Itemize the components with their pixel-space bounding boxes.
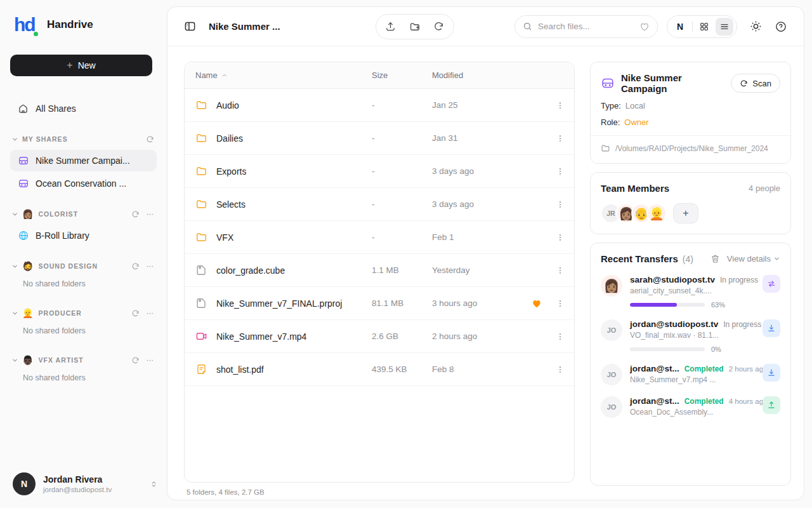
file-icon xyxy=(195,297,207,309)
upload-icon xyxy=(767,401,776,410)
section-header-colorist[interactable]: 👩🏽 COLORIST xyxy=(11,207,155,221)
transfer-avatar: JO xyxy=(601,319,622,341)
pdf-file-icon xyxy=(195,363,207,375)
table-row[interactable]: Audio - Jan 25 xyxy=(185,89,574,122)
transfer-avatar: JO xyxy=(601,364,622,385)
video-file-icon xyxy=(195,330,207,342)
table-row[interactable]: Nike_Summer_v7.mp4 2.6 GB 2 hours ago xyxy=(185,320,574,353)
row-menu-button[interactable] xyxy=(546,332,574,341)
sidebar-item-all-shares[interactable]: All Shares xyxy=(10,98,157,119)
clear-transfers-button[interactable] xyxy=(710,254,720,264)
table-row[interactable]: shot_list.pdf 439.5 KB Feb 8 xyxy=(185,353,574,386)
kebab-menu-icon xyxy=(556,299,565,308)
profile-button[interactable]: N xyxy=(671,22,690,32)
upload-transfer-button[interactable] xyxy=(763,396,780,414)
kebab-menu-icon xyxy=(556,266,565,275)
file-size: - xyxy=(372,232,432,242)
section-header-sound-design[interactable]: 🧔 SOUND DESIGN xyxy=(11,259,155,273)
refresh-icon[interactable] xyxy=(130,209,141,220)
empty-section-note: No shared folders xyxy=(10,277,157,293)
empty-section-note: No shared folders xyxy=(10,324,157,340)
new-folder-button[interactable] xyxy=(403,15,427,39)
column-header-size[interactable]: Size xyxy=(372,70,432,80)
favorite-heart-icon[interactable] xyxy=(527,298,546,309)
search-bar[interactable] xyxy=(514,15,658,38)
new-button[interactable]: + New xyxy=(10,55,152,76)
row-menu-button[interactable] xyxy=(546,101,574,110)
add-member-button[interactable]: + xyxy=(673,203,698,224)
share-info-card: Nike Summer Campaign Scan Type: Local Ro… xyxy=(590,62,791,164)
file-size: 1.1 MB xyxy=(372,265,432,275)
more-options-icon[interactable] xyxy=(145,308,155,319)
transfer-item[interactable]: 👩🏽 sarah@studiopost.tv In progress aeria… xyxy=(601,275,780,309)
sidebar-item-nike-summer[interactable]: Nike Summer Campai... xyxy=(10,150,157,171)
vfx-artist-avatar: 👨🏿 xyxy=(22,356,33,364)
list-view-button[interactable] xyxy=(716,18,733,36)
transfer-item[interactable]: JO jordan@st... Completed 4 hours ago Oc… xyxy=(601,396,780,418)
account-switcher[interactable]: N Jordan Rivera jordan@studiopost.tv xyxy=(13,472,158,495)
more-options-icon[interactable] xyxy=(145,261,155,272)
sidebar-item-ocean-conservation[interactable]: Ocean Conservation ... xyxy=(10,173,157,194)
upload-button[interactable] xyxy=(379,15,403,39)
help-button[interactable] xyxy=(775,20,787,33)
view-details-button[interactable]: View details xyxy=(727,254,780,264)
refresh-icon[interactable] xyxy=(130,261,141,272)
section-header-vfx-artist[interactable]: 👨🏿 VFX ARTIST xyxy=(11,353,155,367)
table-row[interactable]: Dailies - Jan 31 xyxy=(185,122,574,155)
row-menu-button[interactable] xyxy=(546,200,574,209)
more-options-icon[interactable] xyxy=(145,209,155,220)
transfer-item[interactable]: JO jordan@st... Completed 2 hours ago Ni… xyxy=(601,364,780,385)
row-menu-button[interactable] xyxy=(546,365,574,374)
share-path: /Volumes/RAID/Projects/Nike_Summer_2024 xyxy=(615,144,768,153)
progress-bar xyxy=(630,303,705,307)
sync-transfer-button[interactable] xyxy=(763,275,780,293)
table-row[interactable]: color_grade.cube 1.1 MB Yesterday xyxy=(185,254,574,287)
refresh-icon xyxy=(433,21,444,32)
file-count-status: 5 folders, 4 files, 2.7 GB xyxy=(187,488,575,496)
logo-status-dot xyxy=(34,32,38,36)
producer-avatar: 👱 xyxy=(22,309,33,318)
column-header-modified[interactable]: Modified xyxy=(432,70,527,80)
sidebar-toggle-button[interactable] xyxy=(184,20,196,32)
table-row[interactable]: Nike_Summer_v7_FINAL.prproj 81.1 MB 3 ho… xyxy=(185,287,574,320)
scan-button[interactable]: Scan xyxy=(731,74,780,93)
download-transfer-button[interactable] xyxy=(763,319,780,337)
column-header-name[interactable]: Name xyxy=(195,70,372,80)
section-header-producer[interactable]: 👱 PRODUCER xyxy=(11,306,155,320)
row-menu-button[interactable] xyxy=(546,167,574,176)
globe-icon xyxy=(18,230,29,241)
file-modified: 3 days ago xyxy=(432,199,527,209)
theme-toggle-button[interactable] xyxy=(750,20,762,32)
transfer-item[interactable]: JO jordan@studiopost.tv In progress VO_f… xyxy=(601,319,780,353)
chevron-down-icon xyxy=(11,263,18,270)
refresh-icon[interactable] xyxy=(130,308,141,319)
table-row[interactable]: Selects - 3 days ago xyxy=(185,188,574,221)
search-input[interactable] xyxy=(538,22,634,31)
grid-view-button[interactable] xyxy=(695,18,713,36)
table-row[interactable]: VFX - Feb 1 xyxy=(185,221,574,254)
main-panel: Nike Summer ... N xyxy=(167,6,804,500)
more-options-icon[interactable] xyxy=(145,355,155,366)
download-transfer-button[interactable] xyxy=(763,364,780,382)
favorites-filter-icon[interactable] xyxy=(639,22,650,32)
app-name: Handrive xyxy=(47,18,93,31)
kebab-menu-icon xyxy=(556,167,565,176)
section-header-my-shares[interactable]: MY SHARES xyxy=(11,132,155,146)
file-size: - xyxy=(372,133,432,143)
file-modified: 2 hours ago xyxy=(432,331,527,341)
refresh-button[interactable] xyxy=(427,15,451,39)
table-row[interactable]: Exports - 3 days ago xyxy=(185,155,574,188)
row-menu-button[interactable] xyxy=(546,134,574,143)
file-modified: Jan 31 xyxy=(432,133,527,143)
transfers-title: Recent Transfers xyxy=(601,253,678,264)
team-count: 4 people xyxy=(749,184,780,193)
row-menu-button[interactable] xyxy=(546,266,574,275)
row-menu-button[interactable] xyxy=(546,233,574,242)
row-menu-button[interactable] xyxy=(546,299,574,308)
kebab-menu-icon xyxy=(556,134,565,143)
refresh-icon[interactable] xyxy=(130,355,141,366)
sidebar-item-b-roll-library[interactable]: B-Roll Library xyxy=(10,225,157,246)
refresh-icon[interactable] xyxy=(145,134,155,145)
completed-badge: Completed xyxy=(684,364,724,373)
member-avatar[interactable]: 👱 xyxy=(646,203,667,224)
